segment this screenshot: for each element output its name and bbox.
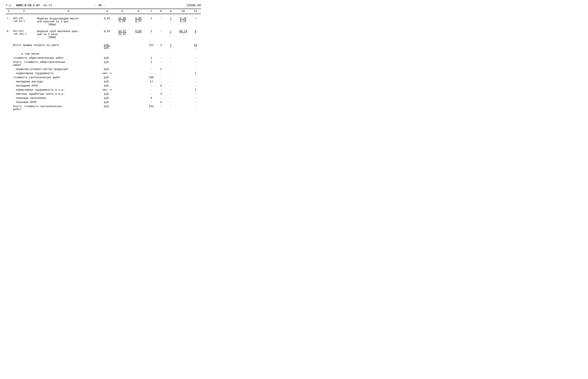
row-num: 8. (6, 29, 12, 39)
col-header-7: 7 (146, 9, 157, 14)
item-label: нормативная трудоемкость (12, 71, 101, 75)
item-unit: руб. (101, 104, 114, 111)
item-col7: - (146, 88, 157, 92)
subtotal-label-row: в том числе: (6, 52, 201, 56)
row-code: BI5-6I3таб.164-7 (12, 29, 36, 39)
col-header-2: 2 (12, 9, 36, 14)
item-col8: 5 (157, 100, 165, 104)
item-col8: - (157, 60, 165, 67)
item-col11: - (190, 104, 201, 111)
item-unit: руб. (101, 56, 114, 60)
item-col8: I (157, 67, 165, 71)
summary-item-row: стоимость сантехнических работ руб. I09 … (6, 75, 201, 79)
row-col4: 0,02 (101, 29, 114, 39)
item-unit: руб. (101, 96, 114, 100)
item-unit: руб. (101, 79, 114, 84)
item-unit: руб. (101, 67, 114, 71)
item-col9: - (165, 71, 176, 75)
item-col11: - (190, 84, 201, 88)
sheet-type: Ан.УI (44, 4, 52, 7)
item-col11: - (190, 100, 201, 104)
item-col7: - (146, 71, 157, 75)
item-col8: - (157, 79, 165, 84)
summary-total-unit: руб. руб. (101, 43, 114, 50)
item-label: плановые НУЧП (12, 100, 101, 104)
item-label: накладные НУЧП (12, 84, 101, 88)
summary-item-row: сметная заработная плата в м.р. руб. - 3… (6, 92, 201, 96)
summary-item-row: плановые НУЧП руб. - 5 - - (6, 100, 201, 104)
doc-number: 090I-9-I9.I.87 (16, 4, 40, 7)
item-col11: I (190, 71, 201, 75)
item-col7: I09 (146, 75, 157, 79)
summary-total-row: Итого прямые затраты по смете руб. руб. … (6, 43, 201, 50)
item-col9: - (165, 56, 176, 60)
col-header-5: 5 (114, 9, 131, 14)
column-headers: I 2 3 4 5 6 7 8 9 IO II (6, 9, 201, 14)
item-col9: - (165, 60, 176, 67)
item-label: всего, стоимость сантехническихработ (12, 104, 101, 111)
summary-item-row: всего, стоимость сантехническихработ руб… (6, 104, 201, 111)
item-col8: - (157, 96, 165, 100)
row-col8: - (157, 16, 165, 27)
header: Т.п. 090I-9-I9.I.87 Ан.УI - 48 - 22666-0… (6, 4, 201, 7)
item-col7: 2 (146, 56, 157, 60)
subtotal-label: в том числе: (12, 52, 113, 56)
summary-item-row: нормативная трудоемкость в н.р. чел.-ч -… (6, 88, 201, 92)
summary-item-row: стоимость общестроительных работ руб. 2 … (6, 56, 201, 60)
item-col7: - (146, 100, 157, 104)
row-col7: I (146, 29, 157, 39)
item-unit: руб. (101, 84, 114, 88)
item-label: стоимость общестроительных работ (12, 56, 101, 60)
item-col7: 9 (146, 96, 157, 100)
summary-item-row: нормативная трудоемкость чел.-ч - - - I (6, 71, 201, 75)
row-num: 7. (6, 16, 12, 27)
row-col6: 0,03 - (131, 29, 146, 39)
item-col7: - (146, 84, 157, 88)
item-col9: - (165, 104, 176, 111)
col-header-9: 9 (165, 9, 176, 14)
row-col6: 0,55 0,I7 (131, 16, 146, 27)
row-col5: 25,98 5,35 (114, 16, 131, 27)
item-label: всего, стоимость общестроительныхработ (12, 60, 101, 67)
col-header-3: 3 (36, 9, 101, 14)
page-number: - 48 - (94, 4, 105, 7)
item-unit: руб. (101, 92, 114, 96)
row-col9: = - (165, 16, 176, 27)
item-unit: чел.-ч (101, 88, 114, 92)
row-col11: I - (190, 29, 201, 39)
item-col9: - (165, 75, 176, 79)
row-col7: I (146, 16, 157, 27)
summary-item-row: норматив.условно-чистая продукция руб. -… (6, 67, 201, 71)
summary-col11: I5- (190, 43, 201, 50)
item-col9: - (165, 96, 176, 100)
item-col7: - (146, 67, 157, 71)
summary-item-row: всего, стоимость общестроительныхработ р… (6, 60, 201, 67)
col-header-11: II (190, 9, 201, 14)
item-col9: - (165, 67, 176, 71)
item-col8: - (157, 88, 165, 92)
item-col8: - (157, 104, 165, 111)
item-unit: чел.-ч (101, 71, 114, 75)
item-col8: 6 (157, 84, 165, 88)
col-header-4: 4 (101, 9, 114, 14)
header-label: Т.п. (6, 4, 12, 7)
row-col9: = - (165, 29, 176, 39)
col-header-6: 6 (131, 9, 146, 14)
item-label: сметная заработная плата в м.р. (12, 92, 101, 96)
item-col9: - (165, 88, 176, 92)
col-header-8: 8 (157, 9, 165, 14)
row-desc: Окраска труб масляной крас-кой за 2 раза… (36, 29, 101, 39)
row-code: BI5-6IIтаб.64-I (12, 16, 36, 27)
item-col9: - (165, 92, 176, 96)
item-col11: - (190, 75, 201, 79)
item-label: накладные расходы (12, 79, 101, 84)
item-col8: - (157, 75, 165, 79)
row-col10: 9,76 0,22 (176, 16, 190, 27)
item-label: стоимость сантехнических работ (12, 75, 101, 79)
item-col11: - (190, 56, 201, 60)
item-unit: руб. (101, 75, 114, 79)
col-header-1: I (6, 9, 12, 14)
summary-item-row: накладные расходы руб. I4 - - - (6, 79, 201, 84)
item-col11: - (190, 92, 201, 96)
table-row: 7. BI5-6IIтаб.64-I Окраска воздуховодов … (6, 16, 201, 27)
